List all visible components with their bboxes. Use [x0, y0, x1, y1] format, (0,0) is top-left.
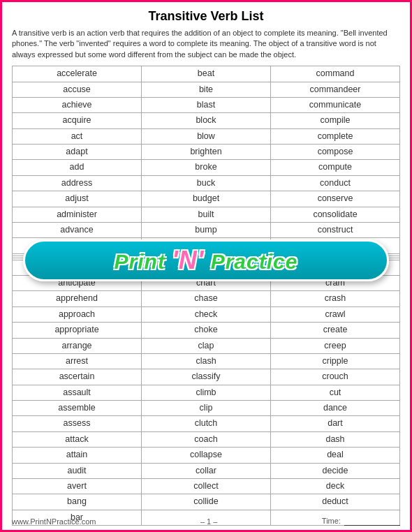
table-cell: adjust [13, 191, 142, 207]
table-cell: assemble [13, 401, 142, 416]
table-cell: bang [13, 494, 142, 510]
table-cell: clash [142, 353, 271, 369]
table-cell: climb [142, 385, 271, 400]
table-cell: beat [142, 66, 271, 82]
footer-website: www.PrintNPractice.com [12, 517, 96, 526]
table-cell: crash [271, 291, 400, 306]
banner-n: 'N' [172, 246, 204, 274]
table-cell: audit [13, 463, 142, 478]
table-cell: arrest [13, 353, 142, 369]
footer: www.PrintNPractice.com – 1 – Time: [12, 517, 400, 526]
table-cell: conduct [271, 175, 400, 191]
table-cell: construct [271, 222, 400, 237]
table-cell: avert [13, 478, 142, 494]
table-cell: deal [271, 448, 400, 463]
table-cell: bump [142, 222, 271, 237]
table-cell: choke [142, 323, 271, 338]
table-cell: create [271, 323, 400, 338]
table-cell: command [271, 66, 400, 82]
table-cell: broke [142, 160, 271, 175]
table-cell: assault [13, 385, 142, 400]
footer-page: – 1 – [200, 517, 217, 526]
table-cell: collide [142, 494, 271, 510]
table-cell: collect [142, 478, 271, 494]
table-cell: assess [13, 416, 142, 431]
table-cell: adapt [13, 145, 142, 160]
table-cell: clap [142, 338, 271, 353]
table-cell: collar [142, 463, 271, 478]
table-cell: acquire [13, 113, 142, 128]
banner-practice: Practice [211, 250, 298, 273]
table-cell: consolidate [271, 207, 400, 222]
table-cell: buck [142, 175, 271, 191]
table-cell: clutch [142, 416, 271, 431]
table-cell: brighten [142, 145, 271, 160]
table-cell: accuse [13, 82, 142, 97]
table-cell: block [142, 113, 271, 128]
page-title: Transitive Verb List [12, 9, 400, 24]
table-cell: clip [142, 401, 271, 416]
footer-time: Time: [322, 517, 400, 526]
print-n-practice-banner: Print 'N' Practice [23, 239, 389, 281]
table-cell: advance [13, 222, 142, 237]
table-cell: appropriate [13, 323, 142, 338]
table-cell: compile [271, 113, 400, 128]
table-cell: crawl [271, 306, 400, 322]
table-cell: apprehend [13, 291, 142, 306]
table-cell: approach [13, 306, 142, 322]
time-underline [344, 517, 400, 526]
table-cell: cut [271, 385, 400, 400]
table-cell: crouch [271, 369, 400, 385]
table-cell: compute [271, 160, 400, 175]
table-cell: bite [142, 82, 271, 97]
table-cell: administer [13, 207, 142, 222]
word-table: acceleratebeatcommandaccusebitecommandee… [12, 66, 400, 526]
table-cell: dash [271, 431, 400, 447]
banner-print: Print [115, 250, 172, 273]
table-cell: arrange [13, 338, 142, 353]
table-cell: check [142, 306, 271, 322]
table-cell: communicate [271, 97, 400, 112]
table-cell: classify [142, 369, 271, 385]
table-cell: dart [271, 416, 400, 431]
table-cell: blow [142, 128, 271, 144]
table-cell: add [13, 160, 142, 175]
table-cell: attain [13, 448, 142, 463]
table-cell: act [13, 128, 142, 144]
table-cell: cripple [271, 353, 400, 369]
table-cell: attack [13, 431, 142, 447]
table-cell: blast [142, 97, 271, 112]
page: Transitive Verb List A transitive verb i… [0, 0, 412, 532]
table-cell: achieve [13, 97, 142, 112]
table-cell: complete [271, 128, 400, 144]
table-cell: commandeer [271, 82, 400, 97]
banner-text: Print 'N' Practice [115, 246, 298, 275]
table-cell: deck [271, 478, 400, 494]
table-cell: compose [271, 145, 400, 160]
table-cell: decide [271, 463, 400, 478]
table-cell: creep [271, 338, 400, 353]
table-cell: budget [142, 191, 271, 207]
table-cell: accelerate [13, 66, 142, 82]
table-cell: built [142, 207, 271, 222]
table-cell: address [13, 175, 142, 191]
table-cell: collapse [142, 448, 271, 463]
table-cell: conserve [271, 191, 400, 207]
table-cell: dance [271, 401, 400, 416]
table-cell: chase [142, 291, 271, 306]
table-cell: deduct [271, 494, 400, 510]
table-cell: coach [142, 431, 271, 447]
page-description: A transitive verb is an action verb that… [12, 28, 400, 60]
table-cell: ascertain [13, 369, 142, 385]
